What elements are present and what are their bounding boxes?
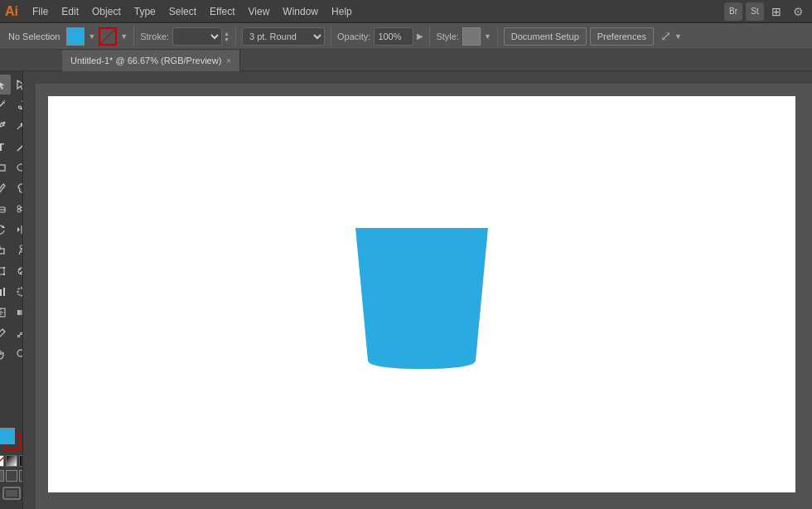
color-mode-btn[interactable] — [6, 455, 17, 467]
menu-window[interactable]: Window — [277, 3, 324, 20]
tool-row-8 — [0, 220, 23, 240]
weight-select[interactable]: 3 pt. Round — [242, 27, 325, 46]
reflect-tool[interactable] — [12, 220, 23, 240]
rectangle-tool[interactable] — [0, 158, 11, 177]
stroke-stepper[interactable]: ▲▼ — [224, 31, 230, 42]
menu-object[interactable]: Object — [86, 3, 127, 20]
measure-tool[interactable] — [12, 323, 23, 343]
svg-point-7 — [17, 164, 23, 171]
menu-effect[interactable]: Effect — [204, 3, 240, 20]
svg-rect-22 — [0, 268, 4, 274]
svg-line-5 — [17, 143, 23, 151]
draw-behind-btn[interactable] — [6, 470, 17, 482]
pen-tool[interactable] — [0, 116, 11, 136]
grid-layout-icon-btn[interactable]: ⊞ — [767, 2, 785, 21]
menu-help[interactable]: Help — [326, 3, 358, 20]
tool-row-6 — [0, 178, 23, 198]
document-setup-button[interactable]: Document Setup — [504, 27, 587, 46]
svg-rect-53 — [23, 71, 812, 84]
toolbar-divider-4 — [429, 27, 430, 46]
draw-normal-btn[interactable] — [0, 470, 4, 482]
tool-row-12 — [0, 303, 23, 322]
menu-file[interactable]: File — [27, 3, 54, 20]
tool-row-10 — [0, 261, 23, 281]
graph-tool[interactable] — [0, 282, 11, 302]
svg-rect-26 — [3, 274, 5, 275]
menu-type[interactable]: Type — [128, 3, 162, 20]
scissors-tool[interactable] — [12, 199, 23, 219]
stroke-color-arrow[interactable]: ▼ — [120, 32, 128, 41]
style-arrow[interactable]: ▼ — [484, 32, 491, 41]
left-toolbar: T — [0, 71, 23, 509]
svg-rect-32 — [0, 289, 2, 296]
eyedropper-tool[interactable] — [0, 323, 11, 343]
arrange-arrow[interactable]: ▼ — [674, 32, 682, 41]
svg-line-0 — [0, 103, 3, 109]
color-mode-icons — [0, 455, 23, 467]
stroke-color-swatch[interactable] — [99, 27, 117, 46]
type-tool[interactable]: T — [0, 137, 11, 157]
symbol-sprayer-tool[interactable] — [12, 261, 23, 281]
style-swatch[interactable] — [462, 27, 481, 46]
svg-rect-54 — [23, 71, 36, 509]
cup-shape[interactable] — [339, 211, 505, 377]
eraser-tool[interactable] — [0, 199, 11, 219]
svg-point-3 — [3, 122, 6, 124]
tool-row-9 — [0, 240, 23, 260]
opacity-input[interactable] — [374, 27, 413, 46]
draw-mode-icons — [0, 470, 23, 482]
selection-label: No Selection — [5, 32, 63, 41]
gradient-tool[interactable] — [12, 303, 23, 322]
menu-edit[interactable]: Edit — [56, 3, 85, 20]
select-tool[interactable] — [0, 75, 11, 95]
tab-close-button[interactable]: × — [226, 56, 231, 65]
fill-color-arrow[interactable]: ▼ — [88, 32, 95, 41]
svg-rect-33 — [3, 288, 5, 296]
bridge-icon-btn[interactable]: Br — [724, 2, 742, 21]
line-tool[interactable] — [12, 137, 23, 157]
opacity-arrow[interactable]: ▶ — [417, 32, 423, 41]
shape-container — [339, 211, 505, 377]
tool-row-5 — [0, 158, 23, 177]
tool-row-1 — [0, 75, 23, 95]
toolbar: No Selection ▼ ▼ Stroke: ▲▼ 3 pt. Round … — [0, 23, 812, 50]
fill-color-swatch[interactable] — [66, 27, 85, 46]
fill-swatch[interactable] — [0, 428, 15, 444]
curvature-tool[interactable] — [12, 116, 23, 136]
arrange-icon[interactable]: ⤢ — [660, 28, 671, 44]
toolbar-divider-1 — [133, 27, 134, 46]
tool-row-4: T — [0, 137, 23, 157]
magic-wand-tool[interactable] — [0, 95, 11, 115]
tool-row-13 — [0, 323, 23, 343]
puppet-warp-tool[interactable] — [12, 240, 23, 260]
svg-line-50 — [0, 456, 4, 467]
menu-select[interactable]: Select — [163, 3, 202, 20]
rotate-tool[interactable] — [0, 220, 11, 240]
style-label: Style: — [436, 32, 459, 41]
none-color-icon[interactable] — [0, 455, 4, 467]
scale-tool[interactable] — [0, 240, 11, 260]
zoom-tool[interactable] — [12, 344, 23, 364]
artboard-tool[interactable] — [12, 282, 23, 302]
slice-tool[interactable] — [0, 303, 11, 322]
direct-select-tool[interactable] — [12, 75, 23, 95]
tool-row-7 — [0, 199, 23, 219]
menu-bar: Ai File Edit Object Type Select Effect V… — [0, 0, 812, 23]
stock-icon-btn[interactable]: St — [746, 2, 764, 21]
paintbrush-tool[interactable] — [0, 178, 11, 198]
ellipse-tool[interactable] — [12, 158, 23, 177]
lasso-tool[interactable] — [12, 95, 23, 115]
preferences-button[interactable]: Preferences — [590, 27, 654, 46]
canvas-area[interactable] — [23, 71, 812, 509]
stroke-select[interactable] — [172, 27, 222, 46]
screen-mode-btn[interactable] — [2, 486, 22, 502]
document-tab[interactable]: Untitled-1* @ 66.67% (RGB/Preview) × — [62, 50, 240, 71]
menu-view[interactable]: View — [243, 3, 276, 20]
free-transform-tool[interactable] — [0, 261, 11, 281]
tool-row-14 — [0, 344, 23, 364]
tab-title: Untitled-1* @ 66.67% (RGB/Preview) — [70, 56, 221, 65]
blob-brush-tool[interactable] — [12, 178, 23, 198]
camera-icon-btn[interactable]: ⚙ — [789, 2, 807, 21]
hand-tool[interactable] — [0, 344, 11, 364]
tab-bar: Untitled-1* @ 66.67% (RGB/Preview) × — [0, 50, 812, 71]
